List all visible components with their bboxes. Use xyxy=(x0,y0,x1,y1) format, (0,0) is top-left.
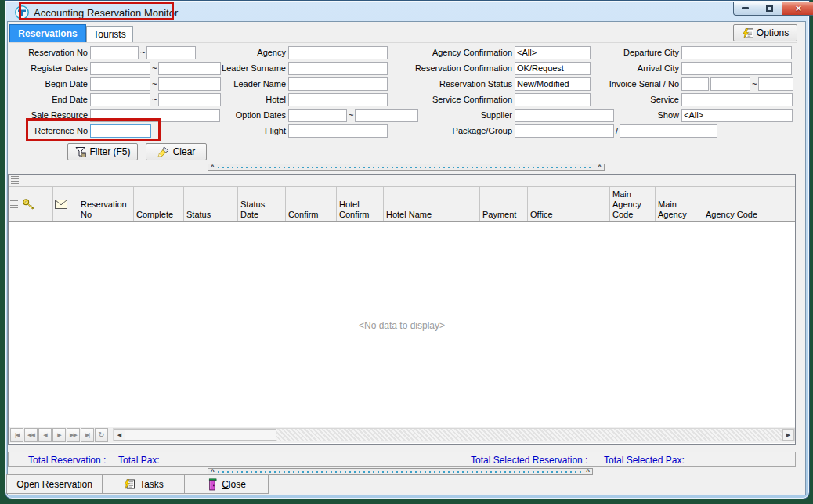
column-header-hotel-confirm[interactable]: Hotel Confirm xyxy=(337,187,384,221)
column-header-status[interactable]: Status xyxy=(184,187,238,221)
invoice-serial-no-label: Invoice Serial / No xyxy=(583,79,681,88)
grid-body: <No data to display> xyxy=(9,222,795,427)
field-flight: Flight xyxy=(218,124,388,138)
field-end-date: End Date ~ xyxy=(8,92,221,106)
scrollbar-thumb[interactable] xyxy=(125,429,276,441)
tilde-separator: ~ xyxy=(152,79,157,88)
nav-prior-page-button[interactable]: ◀◀ xyxy=(24,428,38,442)
hotel-input[interactable] xyxy=(288,93,388,106)
maximize-icon xyxy=(766,5,773,12)
invoice-serial-input[interactable] xyxy=(681,77,709,91)
close-label: Close xyxy=(222,479,246,490)
row-indicator-column xyxy=(9,187,20,221)
reservation-no-to-input[interactable] xyxy=(146,46,196,59)
grid-navigator-bar: |◀ ◀◀ ◀ ▶ ▶▶ ▶| ↻ ◀ ▶ xyxy=(9,427,795,443)
open-reservation-button[interactable]: Open Reservation xyxy=(6,474,103,494)
field-register-dates: Register Dates ~ xyxy=(8,61,221,75)
total-selected-pax-label: Total Selected Pax: xyxy=(604,455,685,466)
options-button[interactable]: Options xyxy=(733,24,797,41)
reservation-no-from-input[interactable] xyxy=(90,46,139,59)
option-dates-from-input[interactable] xyxy=(288,109,347,122)
option-dates-label: Option Dates xyxy=(218,110,288,120)
options-icon xyxy=(742,28,753,38)
column-header-status-date[interactable]: Status Date xyxy=(238,187,286,221)
column-header-agency-code[interactable]: Agency Code xyxy=(703,187,795,221)
open-reservation-label: Open Reservation xyxy=(16,479,92,490)
agency-input[interactable] xyxy=(288,46,388,59)
clear-button[interactable]: Clear xyxy=(146,143,207,160)
column-key[interactable] xyxy=(20,187,53,221)
end-date-to-input[interactable] xyxy=(158,93,221,106)
close-window-button[interactable]: × xyxy=(782,2,813,16)
agency-confirmation-input[interactable] xyxy=(515,46,591,59)
tasks-button[interactable]: Tasks xyxy=(102,474,185,494)
agency-confirmation-label: Agency Confirmation xyxy=(414,48,515,57)
column-header-reservation-no[interactable]: Reservation No xyxy=(78,187,134,221)
reference-no-input[interactable] xyxy=(90,124,151,138)
package-group-input-1[interactable] xyxy=(515,124,614,138)
begin-date-to-input[interactable] xyxy=(158,77,221,91)
nav-first-button[interactable]: |◀ xyxy=(10,428,23,442)
scroll-left-button[interactable]: ◀ xyxy=(114,429,125,441)
sale-resource-input[interactable] xyxy=(90,109,220,122)
end-date-from-input[interactable] xyxy=(90,93,150,106)
collapse-arrow-icon: ^ xyxy=(211,165,215,170)
tilde-separator: ~ xyxy=(752,79,757,88)
option-dates-to-input[interactable] xyxy=(355,109,418,122)
register-dates-to-input[interactable] xyxy=(158,62,221,75)
filter-grid-splitter[interactable]: ^ ^ xyxy=(208,164,605,171)
column-header-confirm[interactable]: Confirm xyxy=(286,187,337,221)
tab-reservations[interactable]: Reservations xyxy=(9,24,86,42)
package-group-input-2[interactable] xyxy=(620,124,717,138)
maximize-button[interactable] xyxy=(757,2,782,16)
leader-name-label: Leader Name xyxy=(218,79,288,88)
service-confirmation-input[interactable] xyxy=(515,93,591,106)
leader-name-input[interactable] xyxy=(288,77,388,91)
field-agency-confirmation: Agency Confirmation xyxy=(414,45,591,59)
reservation-status-input[interactable] xyxy=(515,77,591,91)
tilde-separator: ~ xyxy=(152,95,157,104)
column-mail[interactable] xyxy=(53,187,78,221)
grid-header-row: Reservation No Complete Status Status Da… xyxy=(9,187,795,222)
flight-input[interactable] xyxy=(288,124,388,138)
departure-city-input[interactable] xyxy=(681,46,792,59)
scrollbar-track[interactable] xyxy=(276,429,782,441)
nav-prior-button[interactable]: ◀ xyxy=(38,428,52,442)
nav-next-button[interactable]: ▶ xyxy=(52,428,66,442)
invoice-no-to-input[interactable] xyxy=(758,77,793,91)
filter-button[interactable]: Filter (F5) xyxy=(67,143,138,160)
arrival-city-input[interactable] xyxy=(681,62,792,75)
field-package-group: Package/Group / xyxy=(414,124,717,138)
field-reservation-no: Reservation No ~ xyxy=(8,45,196,59)
column-header-main-agency[interactable]: Main Agency xyxy=(656,187,703,221)
nav-next-page-button[interactable]: ▶▶ xyxy=(67,428,80,442)
titlebar[interactable]: Accounting Reservation Monitor xyxy=(12,2,813,23)
close-button[interactable]: Close xyxy=(184,474,269,494)
tab-tourists[interactable]: Tourists xyxy=(86,26,133,42)
scroll-right-button[interactable]: ▶ xyxy=(782,429,794,441)
column-header-complete[interactable]: Complete xyxy=(134,187,184,221)
begin-date-label: Begin Date xyxy=(8,79,90,88)
tilde-separator: ~ xyxy=(140,48,145,57)
service-input[interactable] xyxy=(681,93,793,106)
horizontal-scrollbar[interactable]: ◀ ▶ xyxy=(113,428,795,441)
tasks-label: Tasks xyxy=(139,479,164,490)
column-header-main-agency-code[interactable]: Main Agency Code xyxy=(610,187,656,221)
begin-date-from-input[interactable] xyxy=(90,77,150,91)
show-label: Show xyxy=(583,110,681,120)
reservation-confirmation-input[interactable] xyxy=(515,62,591,75)
nav-refresh-button[interactable]: ↻ xyxy=(95,428,108,442)
leader-surname-input[interactable] xyxy=(288,62,388,75)
field-begin-date: Begin Date ~ xyxy=(8,77,221,91)
field-departure-city: Departure City xyxy=(583,45,792,59)
minimize-button[interactable] xyxy=(733,2,757,16)
column-header-payment[interactable]: Payment xyxy=(480,187,528,221)
register-dates-from-input[interactable] xyxy=(90,62,150,75)
nav-last-button[interactable]: ▶| xyxy=(81,428,94,442)
column-header-hotel-name[interactable]: Hotel Name xyxy=(384,187,480,221)
show-input[interactable] xyxy=(681,109,793,122)
column-header-office[interactable]: Office xyxy=(528,187,610,221)
close-icon: × xyxy=(796,2,802,14)
invoice-no-from-input[interactable] xyxy=(710,77,750,91)
scroll-left-icon: ◀ xyxy=(117,432,121,438)
